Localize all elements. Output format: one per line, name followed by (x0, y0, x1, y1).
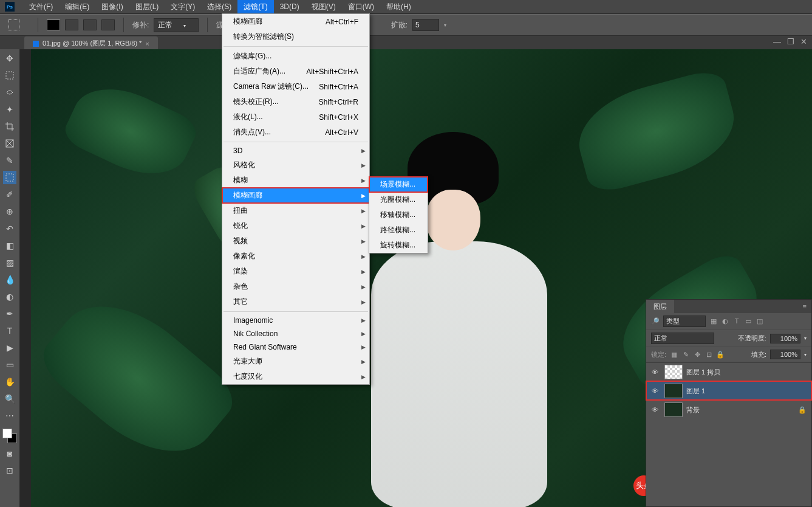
screen-mode-icon[interactable]: ⊡ (3, 464, 16, 477)
menu-item-CameraRaw滤镜C[interactable]: Camera Raw 滤镜(C)...Shift+Ctrl+A (222, 79, 369, 94)
opacity-field[interactable]: 100% (770, 334, 800, 343)
mode-select[interactable]: 正常 ▾ (154, 18, 198, 32)
tab-close-icon[interactable]: × (145, 40, 149, 47)
panel-menu-icon[interactable]: ≡ (798, 303, 811, 310)
tool-preset-icon[interactable] (9, 19, 19, 30)
edit-toolbar-icon[interactable]: ⋯ (3, 409, 16, 422)
menu-item-Imagenomic[interactable]: Imagenomic▶ (222, 314, 369, 327)
submenu-item-场景模糊[interactable]: 场景模糊... (369, 177, 428, 192)
shape-tool-icon[interactable]: ▭ (3, 358, 16, 371)
move-tool-icon[interactable]: ✥ (3, 52, 16, 65)
layer-thumbnail[interactable] (664, 384, 683, 398)
filter-adjust-icon[interactable]: ◐ (721, 317, 729, 325)
menu-type[interactable]: 文字(Y) (165, 0, 201, 14)
lasso-tool-icon[interactable] (3, 86, 16, 99)
filter-shape-icon[interactable]: ▭ (744, 317, 752, 325)
menu-item-镜头校正R[interactable]: 镜头校正(R)...Shift+Ctrl+R (222, 94, 369, 109)
menu-item-视频[interactable]: 视频▶ (222, 233, 369, 249)
layer-row[interactable]: 👁图层 1 (646, 381, 811, 400)
patch-tool-icon[interactable] (3, 171, 16, 184)
submenu-item-光圈模糊[interactable]: 光圈模糊... (369, 192, 428, 207)
menu-view[interactable]: 视图(V) (305, 0, 342, 14)
layers-tab[interactable]: 图层 (646, 300, 674, 314)
filter-type-icon[interactable]: T (732, 317, 741, 325)
menu-item-模糊[interactable]: 模糊▶ (222, 173, 369, 188)
zoom-tool-icon[interactable]: 🔍 (3, 392, 16, 405)
menu-help[interactable]: 帮助(H) (380, 0, 417, 14)
menu-item-转换为智能滤镜S[interactable]: 转换为智能滤镜(S) (222, 29, 369, 44)
menu-item-风格化[interactable]: 风格化▶ (222, 157, 369, 173)
menu-3d[interactable]: 3D(D) (274, 1, 305, 13)
menu-item-消失点V[interactable]: 消失点(V)...Alt+Ctrl+V (222, 125, 369, 140)
menu-edit[interactable]: 编辑(E) (59, 0, 95, 14)
type-tool-icon[interactable]: T (3, 324, 16, 337)
menu-filter[interactable]: 滤镜(T) (237, 0, 273, 14)
dodge-tool-icon[interactable]: ◐ (3, 290, 16, 303)
brush-tool-icon[interactable]: ✐ (3, 188, 16, 201)
crop-tool-icon[interactable] (3, 120, 16, 133)
menu-item-七度汉化[interactable]: 七度汉化▶ (222, 369, 369, 384)
fg-bg-swatch[interactable] (2, 429, 17, 443)
menu-item-NikCollection[interactable]: Nik Collection▶ (222, 327, 369, 340)
menu-item-锐化[interactable]: 锐化▶ (222, 218, 369, 233)
history-brush-tool-icon[interactable]: ↶ (3, 222, 16, 235)
menu-window[interactable]: 窗口(W) (342, 0, 380, 14)
document-tab[interactable]: 01.jpg @ 100% (图层 1, RGB/8) * × (24, 36, 158, 50)
menu-select[interactable]: 选择(S) (201, 0, 237, 14)
hand-tool-icon[interactable]: ✋ (3, 375, 16, 388)
submenu-item-移轴模糊[interactable]: 移轴模糊... (369, 207, 428, 222)
menu-item-光束大师[interactable]: 光束大师▶ (222, 354, 369, 369)
diffuse-field[interactable]: 5 (412, 19, 439, 31)
kind-filter-select[interactable]: 类型 (663, 316, 706, 327)
doc-close-button[interactable]: ✕ (800, 37, 807, 46)
menu-item-像素化[interactable]: 像素化▶ (222, 249, 369, 264)
lock-pos-icon[interactable]: ✥ (693, 351, 701, 359)
visibility-icon[interactable]: 👁 (649, 387, 661, 395)
visibility-icon[interactable]: 👁 (649, 368, 661, 376)
mode-icon-3[interactable] (83, 19, 97, 30)
submenu-item-路径模糊[interactable]: 路径模糊... (369, 222, 428, 238)
menu-item-扭曲[interactable]: 扭曲▶ (222, 203, 369, 218)
gradient-tool-icon[interactable]: ▨ (3, 256, 16, 269)
layer-row[interactable]: 👁图层 1 拷贝 (646, 362, 811, 381)
doc-minimize-button[interactable]: — (773, 37, 781, 46)
menu-item-模糊画廊[interactable]: 模糊画廊Alt+Ctrl+F (222, 14, 369, 29)
frame-tool-icon[interactable] (3, 137, 16, 150)
layer-thumbnail[interactable] (664, 365, 683, 379)
menu-item-渲染[interactable]: 渲染▶ (222, 264, 369, 279)
mode-icon-4[interactable] (101, 19, 115, 30)
lock-trans-icon[interactable]: ▦ (670, 351, 678, 359)
submenu-item-旋转模糊[interactable]: 旋转模糊... (369, 238, 428, 253)
menu-image[interactable]: 图像(I) (95, 0, 129, 14)
blend-mode-select[interactable]: 正常 (651, 333, 714, 344)
menu-item-液化L[interactable]: 液化(L)...Shift+Ctrl+X (222, 109, 369, 125)
blur-tool-icon[interactable]: 💧 (3, 273, 16, 286)
menu-file[interactable]: 文件(F) (23, 0, 59, 14)
filter-icons[interactable]: ▦ ◐ T ▭ ◫ (709, 317, 764, 325)
mode-square-icon[interactable] (47, 19, 60, 30)
mode-icon-2[interactable] (65, 19, 78, 30)
eyedropper-tool-icon[interactable]: ✎ (3, 154, 16, 167)
layer-row[interactable]: 👁背景🔒 (646, 400, 811, 419)
clone-stamp-tool-icon[interactable]: ⊕ (3, 205, 16, 218)
menu-item-杂色[interactable]: 杂色▶ (222, 279, 369, 294)
lock-paint-icon[interactable]: ✎ (681, 351, 690, 359)
menu-layer[interactable]: 图层(L) (129, 0, 165, 14)
quick-select-tool-icon[interactable]: ✦ (3, 103, 16, 116)
menu-item-自适应广角A[interactable]: 自适应广角(A)...Alt+Shift+Ctrl+A (222, 64, 369, 79)
marquee-tool-icon[interactable] (3, 69, 16, 82)
layer-thumbnail[interactable] (664, 402, 683, 417)
layer-name[interactable]: 图层 1 (686, 387, 705, 396)
search-icon[interactable]: 🔎 (651, 317, 660, 325)
eraser-tool-icon[interactable]: ◧ (3, 239, 16, 252)
visibility-icon[interactable]: 👁 (649, 406, 661, 413)
menu-item-模糊画廊[interactable]: 模糊画廊▶ (222, 188, 369, 203)
fill-field[interactable]: 100% (770, 350, 800, 359)
menu-item-其它[interactable]: 其它▶ (222, 294, 369, 309)
menu-item-RedGiantSoftware[interactable]: Red Giant Software▶ (222, 340, 369, 354)
lock-icons[interactable]: ▦ ✎ ✥ ⊡ 🔒 (670, 351, 725, 359)
filter-pixel-icon[interactable]: ▦ (709, 317, 718, 325)
layer-name[interactable]: 背景 (686, 405, 700, 415)
menu-item-滤镜库G[interactable]: 滤镜库(G)... (222, 49, 369, 64)
layer-name[interactable]: 图层 1 拷贝 (686, 368, 720, 377)
